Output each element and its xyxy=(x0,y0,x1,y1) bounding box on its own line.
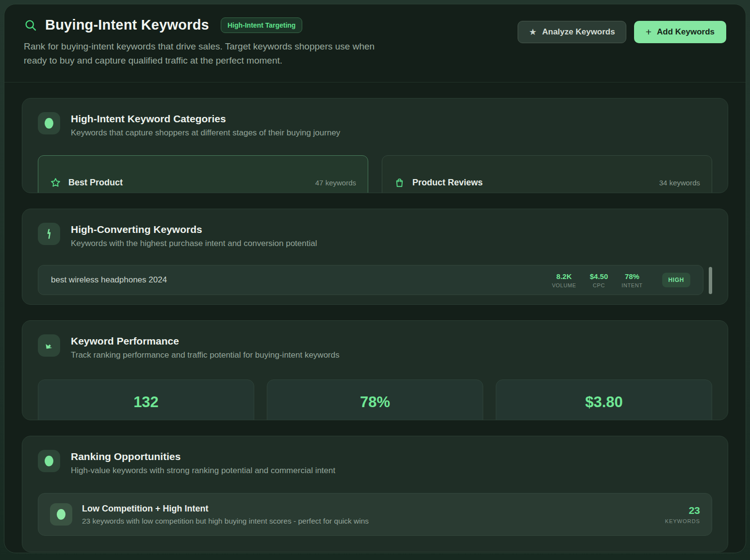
keyword-performance-card: Keyword Performance Track ranking perfor… xyxy=(22,320,728,420)
add-keywords-button[interactable]: + Add Keywords xyxy=(634,21,726,43)
keyword-row[interactable]: best wireless headphones 2024 8.2K VOLUM… xyxy=(38,265,703,295)
header-actions: ★ Analyze Keywords + Add Keywords xyxy=(518,21,726,43)
ranking-opportunities-card: Ranking Opportunities High-value keyword… xyxy=(22,436,728,552)
header-left: Buying-Intent Keywords High-Intent Targe… xyxy=(24,17,392,67)
target-dot-icon xyxy=(50,503,72,526)
stat-box-cpc: $3.80 xyxy=(496,379,712,420)
scrollbar-thumb[interactable] xyxy=(709,267,712,294)
card-subtitle-performance: Track ranking performance and traffic po… xyxy=(71,350,340,360)
page-subtitle: Rank for buying-intent keywords that dri… xyxy=(24,39,392,67)
card-title-converting: High-Converting Keywords xyxy=(71,224,317,235)
stat-box-intent: 78% xyxy=(267,379,483,420)
keyword-list: best wireless headphones 2024 8.2K VOLUM… xyxy=(38,265,712,295)
keyword-intent: 78% INTENT xyxy=(621,272,642,288)
arrow-down-left-icon xyxy=(38,334,60,357)
page-title: Buying-Intent Keywords xyxy=(45,17,209,33)
card-title-categories: High-Intent Keyword Categories xyxy=(71,113,340,125)
opportunity-count-block: 23 KEYWORDS xyxy=(665,505,700,524)
opportunity-title: Low Competition + High Intent xyxy=(82,504,655,514)
high-converting-keywords-card: High-Converting Keywords Keywords with t… xyxy=(22,209,728,305)
tab-label: Product Reviews xyxy=(412,178,652,188)
star-icon: ★ xyxy=(529,28,537,36)
opportunity-count-label: KEYWORDS xyxy=(665,518,700,524)
high-intent-targeting-badge: High-Intent Targeting xyxy=(221,17,303,33)
opportunity-description: 23 keywords with low competition but hig… xyxy=(82,517,655,526)
stat-box-keywords: 132 xyxy=(38,379,254,420)
shopping-bag-icon xyxy=(394,177,405,188)
performance-stats: 132 78% $3.80 xyxy=(38,379,712,420)
tab-count: 47 keywords xyxy=(315,179,356,187)
intent-high-badge: HIGH xyxy=(662,273,690,287)
opportunity-count: 23 xyxy=(665,505,700,516)
card-subtitle-opportunities: High-value keywords with strong ranking … xyxy=(71,466,335,476)
analyze-keywords-button[interactable]: ★ Analyze Keywords xyxy=(518,21,626,43)
search-icon xyxy=(24,18,37,32)
page-header: Buying-Intent Keywords High-Intent Targe… xyxy=(4,4,746,82)
main-content: High-Intent Keyword Categories Keywords … xyxy=(4,82,746,552)
tab-best-product[interactable]: Best Product 47 keywords xyxy=(38,155,368,193)
category-tabs: Best Product 47 keywords Product Reviews… xyxy=(38,155,712,193)
target-dot-icon xyxy=(38,450,60,472)
target-dot-icon xyxy=(38,112,60,134)
star-outline-icon xyxy=(50,177,61,188)
keyword-volume: 8.2K VOLUME xyxy=(552,272,576,288)
card-subtitle-categories: Keywords that capture shoppers at differ… xyxy=(71,128,340,138)
activity-pulse-icon xyxy=(38,223,60,245)
tab-product-reviews[interactable]: Product Reviews 34 keywords xyxy=(382,155,712,193)
tab-label: Best Product xyxy=(68,178,308,188)
plus-icon: + xyxy=(646,27,652,37)
add-keywords-label: Add Keywords xyxy=(657,27,715,37)
card-subtitle-converting: Keywords with the highest purchase inten… xyxy=(71,239,317,248)
card-title-opportunities: Ranking Opportunities xyxy=(71,451,335,462)
tab-count: 34 keywords xyxy=(659,179,700,187)
keyword-cpc: $4.50 CPC xyxy=(590,272,608,288)
keyword-categories-card: High-Intent Keyword Categories Keywords … xyxy=(22,98,728,193)
main-panel: Buying-Intent Keywords High-Intent Targe… xyxy=(4,4,746,553)
keyword-text: best wireless headphones 2024 xyxy=(51,275,552,285)
opportunity-item[interactable]: Low Competition + High Intent 23 keyword… xyxy=(38,493,712,536)
analyze-keywords-label: Analyze Keywords xyxy=(542,27,615,37)
card-title-performance: Keyword Performance xyxy=(71,335,340,347)
